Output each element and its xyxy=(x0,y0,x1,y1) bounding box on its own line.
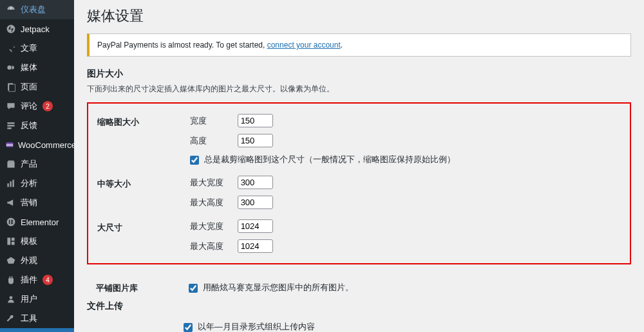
sidebar-item-elementor[interactable]: Elementor xyxy=(0,212,74,232)
sidebar-item-label: 仪表盘 xyxy=(21,4,46,15)
svg-rect-20 xyxy=(11,223,13,225)
product-icon xyxy=(5,158,17,170)
svg-rect-23 xyxy=(12,242,15,245)
dashboard-icon xyxy=(5,4,17,15)
sidebar-item-label: Elementor xyxy=(21,217,59,227)
svg-rect-22 xyxy=(12,237,15,241)
large-heading: 大尺寸 xyxy=(88,214,185,258)
sidebar-item-label: 营销 xyxy=(21,197,37,208)
sidebar-item-label: 反馈 xyxy=(21,120,37,131)
svg-rect-7 xyxy=(7,122,14,124)
woo-icon: woo xyxy=(5,139,14,151)
sidebar-item-dashboard[interactable]: 仪表盘 xyxy=(0,0,74,19)
thumb-height-label: 高度 xyxy=(190,135,235,147)
admin-sidebar: 仪表盘 Jetpack 文章 媒体 页面 评论 2 反馈 woo W xyxy=(0,0,74,332)
sidebar-item-label: 插件 xyxy=(21,274,37,286)
sidebar-item-label: Jetpack xyxy=(21,24,50,34)
users-icon xyxy=(5,293,17,305)
sidebar-item-label: WooCommerce xyxy=(18,140,74,150)
media-icon xyxy=(5,62,17,73)
sidebar-item-templates[interactable]: 模板 xyxy=(0,232,74,251)
appearance-icon xyxy=(5,255,17,266)
notice-text: PayPal Payments is almost ready. To get … xyxy=(97,41,267,50)
sidebar-item-label: 评论 xyxy=(21,100,37,112)
elementor-icon xyxy=(5,216,17,228)
notice-link[interactable]: connect your account xyxy=(267,41,341,50)
large-height-label: 最大高度 xyxy=(190,241,235,252)
sidebar-item-label: 媒体 xyxy=(21,62,37,73)
sidebar-item-label: 模板 xyxy=(21,235,37,247)
mosaic-heading: 平铺图片库 xyxy=(87,275,184,300)
thumb-width-input[interactable] xyxy=(238,114,273,127)
medium-width-input[interactable] xyxy=(238,176,273,189)
sidebar-item-label: 页面 xyxy=(21,81,37,93)
svg-rect-17 xyxy=(9,220,10,224)
section-image-sizes-desc: 下面列出来的尺寸决定插入媒体库内的图片之最大尺寸。以像素为单位。 xyxy=(87,84,631,95)
thumb-heading: 缩略图大小 xyxy=(88,109,185,171)
svg-rect-8 xyxy=(7,125,14,126)
svg-rect-12 xyxy=(7,162,14,168)
upload-org-label: 以年—月目录形式组织上传内容 xyxy=(198,322,315,331)
sidebar-item-label: 文章 xyxy=(21,42,37,54)
sidebar-item-products[interactable]: 产品 xyxy=(0,154,74,174)
megaphone-icon xyxy=(5,197,17,208)
pin-icon xyxy=(5,42,17,54)
highlight-box: 缩略图大小 宽度 高度 总是裁剪缩略图到这个尺寸（一般情况下，缩略图应保持 xyxy=(87,102,631,264)
jetpack-icon xyxy=(5,23,17,35)
large-width-input[interactable] xyxy=(238,219,273,233)
sidebar-item-pages[interactable]: 页面 xyxy=(0,77,74,97)
svg-rect-13 xyxy=(7,183,8,187)
large-height-input[interactable] xyxy=(238,239,273,253)
svg-rect-14 xyxy=(10,181,11,187)
sidebar-item-label: 用户 xyxy=(21,293,37,305)
sidebar-item-marketing[interactable]: 营销 xyxy=(0,193,74,212)
svg-text:woo: woo xyxy=(6,143,13,147)
comment-icon xyxy=(5,100,17,112)
paypal-notice: PayPal Payments is almost ready. To get … xyxy=(87,33,631,57)
mosaic-checkbox[interactable] xyxy=(189,284,198,293)
svg-rect-19 xyxy=(11,221,13,223)
svg-rect-6 xyxy=(9,84,15,91)
forms-icon xyxy=(5,120,17,131)
medium-heading: 中等大小 xyxy=(88,171,185,214)
sidebar-item-settings[interactable]: 设置 xyxy=(0,328,74,332)
sidebar-item-analytics[interactable]: 分析 xyxy=(0,174,74,193)
sidebar-item-label: 分析 xyxy=(21,178,37,189)
main-content: 媒体设置 PayPal Payments is almost ready. To… xyxy=(74,0,644,332)
svg-rect-9 xyxy=(7,127,11,129)
sidebar-item-users[interactable]: 用户 xyxy=(0,290,74,309)
sidebar-item-label: 产品 xyxy=(21,158,37,170)
sidebar-item-jetpack[interactable]: Jetpack xyxy=(0,19,74,39)
thumb-width-label: 宽度 xyxy=(190,115,235,127)
sidebar-item-plugins[interactable]: 插件 4 xyxy=(0,270,74,290)
svg-point-1 xyxy=(7,25,15,33)
large-width-label: 最大宽度 xyxy=(190,221,235,232)
sidebar-item-label: 外观 xyxy=(21,255,37,266)
plugin-count-badge: 4 xyxy=(43,275,53,285)
page-icon xyxy=(5,81,17,93)
notice-end: . xyxy=(341,41,343,50)
sidebar-item-label: 工具 xyxy=(21,313,37,324)
svg-point-4 xyxy=(7,66,11,69)
analytics-icon xyxy=(5,178,17,189)
sidebar-item-tools[interactable]: 工具 xyxy=(0,309,74,328)
section-image-sizes-title: 图片大小 xyxy=(87,68,631,80)
sidebar-item-media[interactable]: 媒体 xyxy=(0,58,74,77)
comment-count-badge: 2 xyxy=(43,101,53,111)
thumb-height-input[interactable] xyxy=(238,134,273,147)
svg-point-24 xyxy=(10,296,13,299)
sidebar-item-appearance[interactable]: 外观 xyxy=(0,251,74,270)
sidebar-item-feedback[interactable]: 反馈 xyxy=(0,116,74,135)
svg-rect-18 xyxy=(11,220,13,221)
plugins-icon xyxy=(5,274,17,286)
tools-icon xyxy=(5,313,17,324)
svg-rect-0 xyxy=(10,7,12,10)
medium-height-input[interactable] xyxy=(238,196,273,209)
medium-height-label: 最大高度 xyxy=(190,197,235,208)
upload-org-checkbox[interactable] xyxy=(184,323,193,332)
section-upload-title: 文件上传 xyxy=(87,300,631,312)
sidebar-item-woocommerce[interactable]: woo WooCommerce xyxy=(0,135,74,154)
thumb-crop-checkbox[interactable] xyxy=(190,156,199,165)
sidebar-item-posts[interactable]: 文章 xyxy=(0,39,74,58)
sidebar-item-comments[interactable]: 评论 2 xyxy=(0,97,74,116)
